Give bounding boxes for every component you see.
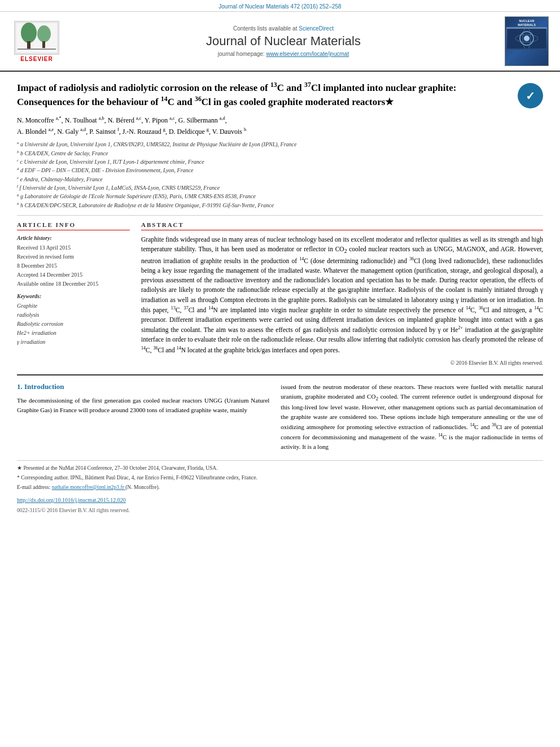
body-text-right: issued from the neutron moderator of the… <box>281 382 543 452</box>
footnote-corresponding: * Corresponding author. IPNL, Bâtiment P… <box>17 474 543 482</box>
svg-point-9 <box>524 36 530 41</box>
body-text-left: The decommissioning of the first generat… <box>17 396 269 415</box>
elsevier-image <box>14 21 59 55</box>
cover-title-text: NUCLEARMATERIALS <box>518 19 536 27</box>
affiliation-f: f f Université de Lyon, Université Lyon … <box>17 184 543 192</box>
page-wrapper: Journal of Nuclear Materials 472 (2016) … <box>0 0 560 747</box>
homepage-link[interactable]: www.elsevier.com/locate/jnucmat <box>266 51 349 57</box>
article-title: Impact of radiolysis and radiolytic corr… <box>17 80 518 109</box>
svg-rect-5 <box>42 41 45 48</box>
email-link[interactable]: nathalie.moncoffre@ipnl.in2p3.fr <box>52 484 125 490</box>
crossmark-logo: ✓ <box>518 83 543 108</box>
affiliation-b: b b CEA/DEN, Centre de Saclay, France <box>17 149 543 158</box>
section1-title: 1. Introduction <box>17 382 269 391</box>
keyword-radiolytic: Radiolytic corrosion <box>17 320 130 329</box>
abstract-paragraph: Graphite finds widespread use in many ar… <box>141 235 543 355</box>
abstract-text: Graphite finds widespread use in many ar… <box>141 235 543 355</box>
history-label: Article history: <box>17 235 130 241</box>
keyword-gamma: γ irradiation <box>17 338 130 347</box>
elsevier-logo: ELSEVIER <box>11 21 62 62</box>
journal-center: Contents lists available at ScienceDirec… <box>62 25 505 57</box>
author-line1: N. Moncoffre a,*, N. Toulhoat a,b, N. Bé… <box>17 116 227 124</box>
received-date: Received 13 April 2015 Received in revis… <box>17 243 130 289</box>
doi-link[interactable]: http://dx.doi.org/10.1016/j.jnucmat.2015… <box>17 497 126 503</box>
copyright-line: © 2016 Elsevier B.V. All rights reserved… <box>141 360 543 366</box>
footnote-star: ★ Presented at the NuMat 2014 Conference… <box>17 464 543 472</box>
info-abstract-section: ARTICLE INFO Article history: Received 1… <box>17 221 543 366</box>
crossmark-symbol: ✓ <box>526 89 535 103</box>
author-line2: A. Blondel a,e, N. Galy a,d, P. Sainsot … <box>17 128 246 136</box>
cover-graphic <box>507 29 546 49</box>
affiliation-a: a a Université de Lyon, Université Lyon … <box>17 140 543 148</box>
elsevier-svg <box>15 21 59 54</box>
keyword-radiolysis: radiolysis <box>17 311 130 320</box>
affiliation-c: c c Université de Lyon, Université Lyon … <box>17 158 543 166</box>
keyword-graphite: Graphite <box>17 302 130 311</box>
affiliation-d: d d EDF – DPI – DIN – CIDEN, DIE - Divis… <box>17 166 543 174</box>
journal-citation: Journal of Nuclear Materials 472 (2016) … <box>218 3 341 10</box>
body-paragraph-right: issued from the neutron moderator of the… <box>281 382 543 452</box>
article-info-column: ARTICLE INFO Article history: Received 1… <box>17 221 130 366</box>
affiliations: a a Université de Lyon, Université Lyon … <box>17 140 543 209</box>
journal-title: Journal of Nuclear Materials <box>62 34 505 49</box>
body-left-col: 1. Introduction The decommissioning of t… <box>17 382 269 452</box>
svg-point-2 <box>21 23 37 43</box>
article-content: Impact of radiolysis and radiolytic corr… <box>0 72 560 526</box>
svg-rect-3 <box>27 41 30 50</box>
affiliation-e: e e Andra, Châtenay-Malabry, France <box>17 175 543 184</box>
footnotes: ★ Presented at the NuMat 2014 Conference… <box>17 460 543 515</box>
svg-point-4 <box>37 25 51 42</box>
cover-image-area <box>506 27 547 50</box>
keywords-list: Graphite radiolysis Radiolytic corrosion… <box>17 302 130 347</box>
journal-cover-image: NUCLEARMATERIALS <box>505 16 549 66</box>
journal-homepage: journal homepage: www.elsevier.com/locat… <box>62 51 505 57</box>
keywords-label: Keywords: <box>17 293 130 299</box>
body-two-col: 1. Introduction The decommissioning of t… <box>17 382 543 452</box>
footnote-email: E-mail address: nathalie.moncoffre@ipnl.… <box>17 483 543 491</box>
elsevier-text: ELSEVIER <box>20 56 53 62</box>
footer-issn: 0022-3115/© 2016 Elsevier B.V. All right… <box>17 506 543 514</box>
sciencedirect-link[interactable]: ScienceDirect <box>299 25 334 32</box>
affiliation-g: g g Laboratoire de Géologie de l'Ecole N… <box>17 192 543 200</box>
affiliation-h: h h CEA/DEN/DPC/SECR, Laboratoire de Rad… <box>17 201 543 209</box>
article-title-section: Impact of radiolysis and radiolytic corr… <box>17 80 543 109</box>
divider <box>17 215 543 216</box>
body-content: 1. Introduction The decommissioning of t… <box>17 374 543 452</box>
body-right-col: issued from the neutron moderator of the… <box>281 382 543 452</box>
svg-rect-6 <box>18 49 56 50</box>
article-info-heading: ARTICLE INFO <box>17 221 130 230</box>
journal-top-bar: Journal of Nuclear Materials 472 (2016) … <box>0 0 560 12</box>
abstract-column: ABSTRACT Graphite finds widespread use i… <box>141 221 543 366</box>
journal-header: ELSEVIER Contents lists available at Sci… <box>0 12 560 72</box>
keyword-he2: He2+ irradiation <box>17 329 130 338</box>
abstract-heading: ABSTRACT <box>141 221 543 230</box>
sciencedirect-text: Contents lists available at ScienceDirec… <box>62 25 505 32</box>
body-paragraph-left: The decommissioning of the first generat… <box>17 396 269 415</box>
authors: N. Moncoffre a,*, N. Toulhoat a,b, N. Bé… <box>17 115 543 137</box>
footer-doi: http://dx.doi.org/10.1016/j.jnucmat.2015… <box>17 496 543 504</box>
